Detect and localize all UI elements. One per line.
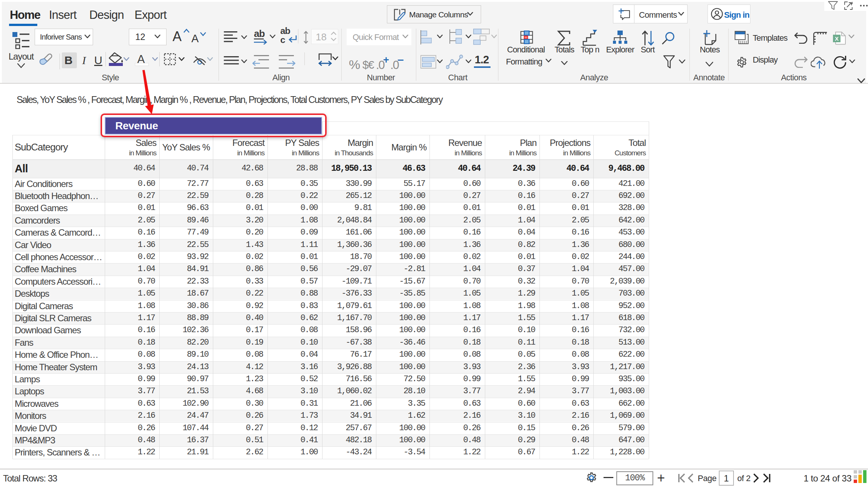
svg-text:X: X [835,35,839,42]
